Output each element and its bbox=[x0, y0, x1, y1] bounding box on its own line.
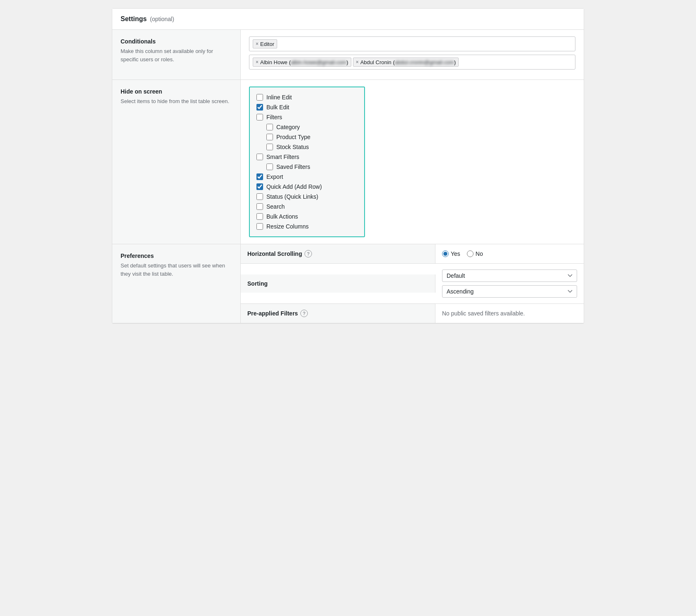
horizontal-scrolling-help-icon[interactable]: ? bbox=[304, 250, 312, 257]
bulk-actions-label: Bulk Actions bbox=[266, 213, 298, 220]
category-checkbox[interactable] bbox=[266, 124, 273, 130]
checkbox-bulk-actions[interactable]: Bulk Actions bbox=[256, 213, 358, 220]
horizontal-scrolling-label: Horizontal Scrolling ? bbox=[241, 244, 435, 263]
editor-tag: × Editor bbox=[253, 39, 277, 48]
horizontal-scrolling-radio-group: Yes No bbox=[442, 250, 577, 257]
smart-filters-label: Smart Filters bbox=[266, 154, 299, 160]
checkbox-search[interactable]: Search bbox=[256, 203, 358, 210]
checkbox-resize-columns[interactable]: Resize Columns bbox=[256, 223, 358, 230]
hide-on-screen-description: Select items to hide from the list table… bbox=[121, 97, 232, 106]
product-type-label: Product Type bbox=[276, 134, 310, 140]
pre-applied-filters-content: No public saved filters available. bbox=[435, 304, 584, 322]
sorting-content: Default Title Date Ascending Descending bbox=[435, 264, 584, 303]
category-label: Category bbox=[276, 124, 300, 130]
teal-checkbox-box: Inline Edit Bulk Edit Filters Ca bbox=[249, 87, 365, 237]
preferences-title: Preferences bbox=[121, 253, 232, 259]
sorting-text: Sorting bbox=[247, 280, 268, 287]
checkbox-status-quick-links[interactable]: Status (Quick Links) bbox=[256, 193, 358, 200]
resize-columns-checkbox[interactable] bbox=[256, 223, 263, 230]
preferences-outer-row: Preferences Set default settings that us… bbox=[112, 244, 584, 323]
inline-edit-checkbox[interactable] bbox=[256, 94, 263, 101]
checkbox-quick-add[interactable]: Quick Add (Add Row) bbox=[256, 183, 358, 190]
export-label: Export bbox=[266, 173, 283, 180]
sorting-order-select[interactable]: Default Title Date bbox=[442, 270, 577, 282]
horizontal-scrolling-yes[interactable]: Yes bbox=[442, 250, 460, 257]
sorting-row: Sorting Default Title Date Ascending Des… bbox=[241, 264, 584, 304]
checkbox-list: Inline Edit Bulk Edit Filters Ca bbox=[256, 94, 358, 230]
settings-header: Settings (optional) bbox=[112, 9, 584, 30]
conditionals-label-area: Conditionals Make this column set availa… bbox=[112, 30, 241, 79]
stock-status-checkbox[interactable] bbox=[266, 144, 273, 150]
abdul-tag: × Abdul Cronin (abdul.cronin@gmail.com) bbox=[353, 58, 459, 67]
albin-tag-remove[interactable]: × bbox=[256, 60, 259, 65]
resize-columns-label: Resize Columns bbox=[266, 223, 309, 230]
checkbox-stock-status[interactable]: Stock Status bbox=[256, 144, 358, 150]
checkbox-category[interactable]: Category bbox=[256, 124, 358, 130]
status-quick-links-label: Status (Quick Links) bbox=[266, 193, 318, 200]
sorting-label: Sorting bbox=[241, 274, 435, 293]
horizontal-scrolling-no-radio[interactable] bbox=[467, 250, 474, 257]
conditionals-row: Conditionals Make this column set availa… bbox=[112, 30, 584, 80]
horizontal-scrolling-yes-label: Yes bbox=[451, 250, 460, 257]
albin-tag: × Albin Howe (albin.howe@gmail.com) bbox=[253, 58, 351, 67]
horizontal-scrolling-row: Horizontal Scrolling ? Yes No bbox=[241, 244, 584, 264]
pre-applied-filters-row: Pre-applied Filters ? No public saved fi… bbox=[241, 304, 584, 323]
pre-applied-filters-text: Pre-applied Filters bbox=[247, 310, 298, 317]
quick-add-label: Quick Add (Add Row) bbox=[266, 183, 322, 190]
no-filters-text: No public saved filters available. bbox=[442, 310, 525, 317]
bulk-edit-checkbox[interactable] bbox=[256, 104, 263, 111]
export-checkbox[interactable] bbox=[256, 173, 263, 180]
conditionals-content: × Editor × Albin Howe (albin.howe@gmail.… bbox=[241, 30, 584, 79]
saved-filters-label: Saved Filters bbox=[276, 164, 310, 170]
checkbox-export[interactable]: Export bbox=[256, 173, 358, 180]
hide-on-screen-content: Inline Edit Bulk Edit Filters Ca bbox=[241, 80, 584, 244]
product-type-checkbox[interactable] bbox=[266, 134, 273, 140]
search-label: Search bbox=[266, 203, 285, 210]
preferences-description: Set default settings that users will see… bbox=[121, 262, 232, 278]
abdul-tag-remove[interactable]: × bbox=[356, 60, 359, 65]
conditionals-description: Make this column set available only for … bbox=[121, 47, 232, 63]
conditionals-title: Conditionals bbox=[121, 38, 232, 45]
settings-body: Conditionals Make this column set availa… bbox=[112, 30, 584, 323]
pre-applied-filters-label: Pre-applied Filters ? bbox=[241, 304, 435, 323]
pre-applied-filters-help-icon[interactable]: ? bbox=[300, 310, 308, 317]
horizontal-scrolling-content: Yes No bbox=[435, 245, 584, 263]
filters-label: Filters bbox=[266, 114, 282, 120]
horizontal-scrolling-text: Horizontal Scrolling bbox=[247, 250, 302, 257]
horizontal-scrolling-no[interactable]: No bbox=[467, 250, 483, 257]
horizontal-scrolling-yes-radio[interactable] bbox=[442, 250, 449, 257]
stock-status-label: Stock Status bbox=[276, 144, 309, 150]
preferences-content: Horizontal Scrolling ? Yes No bbox=[241, 244, 584, 323]
bulk-actions-checkbox[interactable] bbox=[256, 213, 263, 220]
checkbox-inline-edit[interactable]: Inline Edit bbox=[256, 94, 358, 101]
search-checkbox[interactable] bbox=[256, 203, 263, 210]
checkbox-saved-filters[interactable]: Saved Filters bbox=[256, 164, 358, 170]
settings-panel: Settings (optional) Conditionals Make th… bbox=[112, 8, 584, 324]
abdul-tag-label: Abdul Cronin (abdul.cronin@gmail.com) bbox=[360, 59, 456, 65]
sorting-direction-select[interactable]: Ascending Descending bbox=[442, 285, 577, 298]
saved-filters-checkbox[interactable] bbox=[266, 164, 273, 170]
editor-tag-label: Editor bbox=[260, 41, 274, 47]
checkbox-filters[interactable]: Filters bbox=[256, 114, 358, 120]
smart-filters-checkbox[interactable] bbox=[256, 154, 263, 160]
albin-tag-label: Albin Howe (albin.howe@gmail.com) bbox=[260, 59, 348, 65]
horizontal-scrolling-no-label: No bbox=[476, 250, 483, 257]
editor-tag-remove[interactable]: × bbox=[256, 41, 259, 46]
preferences-label-area: Preferences Set default settings that us… bbox=[112, 244, 241, 323]
inline-edit-label: Inline Edit bbox=[266, 94, 292, 101]
user-tag-input[interactable]: × Albin Howe (albin.howe@gmail.com) × Ab… bbox=[249, 55, 575, 70]
quick-add-checkbox[interactable] bbox=[256, 183, 263, 190]
role-tag-input[interactable]: × Editor bbox=[249, 36, 575, 51]
checkbox-bulk-edit[interactable]: Bulk Edit bbox=[256, 104, 358, 111]
checkbox-product-type[interactable]: Product Type bbox=[256, 134, 358, 140]
settings-optional: (optional) bbox=[150, 16, 174, 22]
hide-on-screen-label-area: Hide on screen Select items to hide from… bbox=[112, 80, 241, 244]
status-quick-links-checkbox[interactable] bbox=[256, 193, 263, 200]
filters-checkbox[interactable] bbox=[256, 114, 263, 120]
hide-on-screen-row: Hide on screen Select items to hide from… bbox=[112, 80, 584, 244]
settings-title: Settings bbox=[121, 15, 147, 22]
hide-on-screen-title: Hide on screen bbox=[121, 88, 232, 95]
bulk-edit-label: Bulk Edit bbox=[266, 104, 289, 111]
checkbox-smart-filters[interactable]: Smart Filters bbox=[256, 154, 358, 160]
